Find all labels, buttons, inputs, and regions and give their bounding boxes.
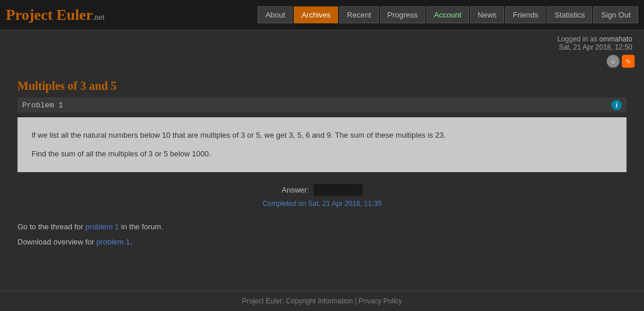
logo-net: .net [93,13,105,22]
forum-link[interactable]: problem 1 [85,222,119,231]
footer-copyright-link[interactable]: Copyright Information [286,297,353,305]
problem-label-bar: Problem 1 i [17,97,627,113]
forum-links: Go to the thread for problem 1 in the fo… [17,219,627,250]
nav-news[interactable]: News [470,6,505,23]
info-icon[interactable]: i [611,100,622,110]
problem-number: Problem 1 [22,101,63,110]
main-content: Multiples of 3 and 5 Problem 1 i If we l… [0,68,644,261]
problem-description: If we list all the natural numbers below… [17,117,627,172]
forum-suffix: in the forum. [119,222,163,231]
login-prefix: Logged in as [557,35,599,43]
download-prefix: Download overview for [17,237,96,246]
footer: Project Euler: Copyright Information | P… [0,291,644,311]
download-link-line: Download overview for problem 1. [17,235,627,250]
nav-recent[interactable]: Recent [339,6,378,23]
answer-value: 233168 [314,184,362,196]
problem-text-line1: If we list all the natural numbers below… [31,129,613,142]
answer-label: Answer: [281,186,309,194]
rss-icon[interactable]: ∿ [622,55,635,68]
answer-row: Answer: 233168 [17,184,627,196]
nav-statistics[interactable]: Statistics [547,6,592,23]
footer-text: Project Euler: Copyright Information | P… [242,297,402,305]
login-datetime: Sat, 21 Apr 2018, 12:50 [559,43,632,51]
forum-prefix: Go to the thread for [17,222,85,231]
download-link[interactable]: problem 1 [96,237,130,246]
nav-friends[interactable]: Friends [505,6,546,23]
header: Project Euler.net About Archives Recent … [0,0,644,30]
login-info: Logged in as ommahato Sat, 21 Apr 2018, … [0,30,644,54]
main-nav: About Archives Recent Progress Account N… [258,6,638,23]
problem-title: Multiples of 3 and 5 [17,79,627,93]
answer-section: Answer: 233168 Completed on Sat, 21 Apr … [17,184,627,208]
nav-about[interactable]: About [258,6,293,23]
nav-signout[interactable]: Sign Out [593,6,638,23]
completed-text: Completed on Sat, 21 Apr 2018, 11:35 [17,200,627,208]
problem-text-line2: Find the sum of all the multiples of 3 o… [31,148,613,160]
logo: Project Euler.net [6,6,105,24]
footer-privacy-link[interactable]: Privacy Policy [358,297,402,305]
nav-archives[interactable]: Archives [294,6,338,23]
login-username: ommahato [599,35,632,43]
logo-main: Project Euler [6,6,93,23]
nav-progress[interactable]: Progress [380,6,425,23]
login-icons: ☺ ∿ [0,55,644,68]
forum-link-line: Go to the thread for problem 1 in the fo… [17,219,627,235]
download-suffix: . [130,237,132,246]
nav-account[interactable]: Account [427,6,469,23]
user-icon[interactable]: ☺ [607,55,620,68]
